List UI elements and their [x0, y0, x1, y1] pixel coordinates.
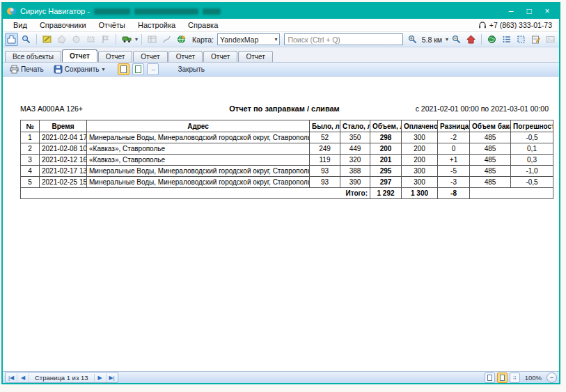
- report-page: МАЗ А000АА 126+ Отчет по заправкам / сли…: [3, 77, 559, 371]
- app-window: Сириус Навигатор - – □ × ВидСправочникиО…: [1, 2, 560, 384]
- menu-bar: ВидСправочникиОтчётыНастройкаСправка +7 …: [3, 19, 559, 32]
- map-select[interactable]: YandexMap ▾: [217, 33, 280, 45]
- tab-5[interactable]: Отчет: [203, 51, 237, 62]
- table-row: 32021-02-12 16:57«Кавказ», Ставрополье11…: [21, 155, 553, 166]
- report-period: с 2021-02-01 00:00 по 2021-03-01 00:00: [388, 104, 549, 113]
- map-scale-value[interactable]: 5.8 км: [422, 36, 442, 44]
- close-report-button[interactable]: Закрыть: [174, 64, 208, 75]
- table-header-row: №ВремяАдресБыло, лСтало, лОбъем, лОплаче…: [21, 120, 553, 132]
- save-icon: [54, 65, 63, 74]
- tab-1-active[interactable]: Отчет: [62, 49, 97, 62]
- table-row: 22021-02-08 10:48«Кавказ», Ставрополье24…: [21, 143, 553, 155]
- totals-row: Итого: 1 292 1 300 -8: [21, 188, 553, 199]
- globe-tracks-icon[interactable]: [175, 33, 188, 46]
- column-header-8: Объем бака, л: [470, 120, 511, 132]
- report-toolbar: Печать Сохранить ▾ ↔ Закрыть: [3, 63, 559, 77]
- column-header-7: Разница, л: [438, 120, 470, 132]
- tab-4[interactable]: Отчет: [168, 51, 203, 62]
- prev-page-button[interactable]: ◀: [17, 373, 29, 382]
- menu-item-2[interactable]: Отчёты: [93, 20, 132, 30]
- flag-tool-icon[interactable]: [99, 33, 112, 46]
- home-icon[interactable]: [464, 33, 478, 46]
- edit-geozone-icon[interactable]: [40, 33, 54, 46]
- list-icon[interactable]: [500, 33, 513, 46]
- redacted-title-text: [94, 8, 130, 15]
- zoom-level: 100%: [525, 374, 542, 382]
- tab-2[interactable]: Отчет: [98, 51, 132, 62]
- close-button[interactable]: ×: [538, 5, 556, 17]
- zoom-out-button[interactable]: −: [547, 373, 557, 383]
- column-header-4: Стало, л: [340, 120, 370, 132]
- scale-dropdown-caret-icon[interactable]: ▾: [446, 36, 448, 42]
- globe-icon[interactable]: [485, 33, 498, 46]
- support-phone: +7 (863) 333-01-73: [478, 21, 555, 29]
- map-label: Карта:: [192, 36, 214, 44]
- multi-page-view-button[interactable]: ⁞⁞: [510, 373, 520, 383]
- polygon-tool-icon[interactable]: [55, 33, 68, 46]
- column-header-0: №: [21, 120, 40, 132]
- table-view-icon[interactable]: [146, 33, 159, 46]
- search-input[interactable]: [284, 33, 402, 45]
- print-button[interactable]: Печать: [6, 63, 47, 75]
- app-logo-icon: [7, 6, 17, 16]
- column-header-6: Оплачено, л: [402, 120, 438, 132]
- edit-note-icon[interactable]: [529, 33, 542, 46]
- vehicle-dropdown-caret-icon[interactable]: ▾: [135, 36, 138, 42]
- redacted-title-text: [134, 8, 198, 15]
- column-header-3: Было, л: [310, 120, 340, 132]
- table-row: 12021-02-04 17:39Минеральные Воды, Минер…: [21, 132, 553, 143]
- menu-item-3[interactable]: Настройка: [132, 20, 182, 30]
- tab-0[interactable]: Все объекты: [5, 51, 61, 62]
- vehicle-icon[interactable]: [120, 33, 133, 46]
- tab-bar: Все объектыОтчетОтчетОтчетОтчетОтчетОтче…: [3, 47, 559, 63]
- printer-icon: [10, 65, 19, 74]
- route-icon[interactable]: [160, 33, 173, 46]
- menu-item-0[interactable]: Вид: [7, 20, 33, 30]
- minimize-button[interactable]: –: [502, 5, 520, 17]
- zoom-in-map-icon[interactable]: [406, 33, 419, 46]
- single-page-view-button[interactable]: [485, 373, 495, 383]
- window-title: Сириус Навигатор -: [20, 7, 90, 15]
- page-width-view-button[interactable]: [118, 63, 129, 75]
- table-row: 52021-02-25 15:01Минеральные Воды, Минер…: [21, 177, 553, 188]
- totals-diff: -8: [438, 188, 470, 199]
- menu-item-1[interactable]: Справочники: [33, 20, 93, 30]
- column-header-1: Время: [40, 120, 87, 132]
- save-button[interactable]: Сохранить ▾: [50, 63, 109, 75]
- vehicle-name: МАЗ А000АА 126+: [20, 104, 180, 113]
- select-area-icon[interactable]: [514, 33, 528, 46]
- first-page-button[interactable]: |◀: [6, 373, 17, 382]
- redacted-title-text: [203, 8, 221, 15]
- circle-tool-icon[interactable]: [70, 33, 83, 46]
- next-page-button[interactable]: ▶: [95, 373, 107, 382]
- zoom-out-map-icon[interactable]: [450, 33, 463, 46]
- menu-item-4[interactable]: Справка: [182, 20, 224, 30]
- totals-label: Итого:: [21, 188, 370, 199]
- last-page-button[interactable]: ▶|: [107, 373, 118, 382]
- two-page-view-button[interactable]: ↔: [147, 63, 159, 75]
- totals-paid: 1 300: [402, 188, 438, 199]
- pan-tool-icon[interactable]: [5, 33, 18, 46]
- map-search-icon[interactable]: [19, 33, 33, 46]
- rectangle-tool-icon[interactable]: [84, 33, 97, 46]
- column-header-5: Объем, л: [370, 120, 402, 132]
- tab-3[interactable]: Отчет: [133, 51, 167, 62]
- column-header-9: Погрешность, %: [511, 120, 553, 132]
- report-title: Отчет по заправкам / сливам: [180, 104, 388, 113]
- totals-volume: 1 292: [370, 188, 402, 199]
- status-bar: |◀ ◀ Страница 1 из 13 ▶ ▶| ⁞⁞ 100% −: [3, 371, 559, 383]
- page-navigation: |◀ ◀ Страница 1 из 13 ▶ ▶|: [5, 372, 118, 383]
- totals-empty: [470, 188, 553, 199]
- save-dropdown-caret-icon[interactable]: ▾: [102, 66, 104, 72]
- title-bar: Сириус Навигатор - – □ ×: [3, 3, 559, 19]
- tab-6[interactable]: Отчет: [238, 51, 272, 62]
- whole-page-view-button[interactable]: [132, 63, 144, 75]
- image-icon[interactable]: [544, 33, 557, 46]
- table-row: 42021-02-17 13:53Минеральные Воды, Минер…: [21, 166, 553, 177]
- column-header-2: Адрес: [87, 120, 310, 132]
- headset-icon: [478, 21, 487, 29]
- page-indicator: Страница 1 из 13: [29, 374, 95, 382]
- maximize-button[interactable]: □: [520, 5, 538, 17]
- main-toolbar: ▾ Карта: YandexMap ▾ 5.8 км ▾: [3, 32, 559, 47]
- continuous-view-button[interactable]: [497, 373, 508, 383]
